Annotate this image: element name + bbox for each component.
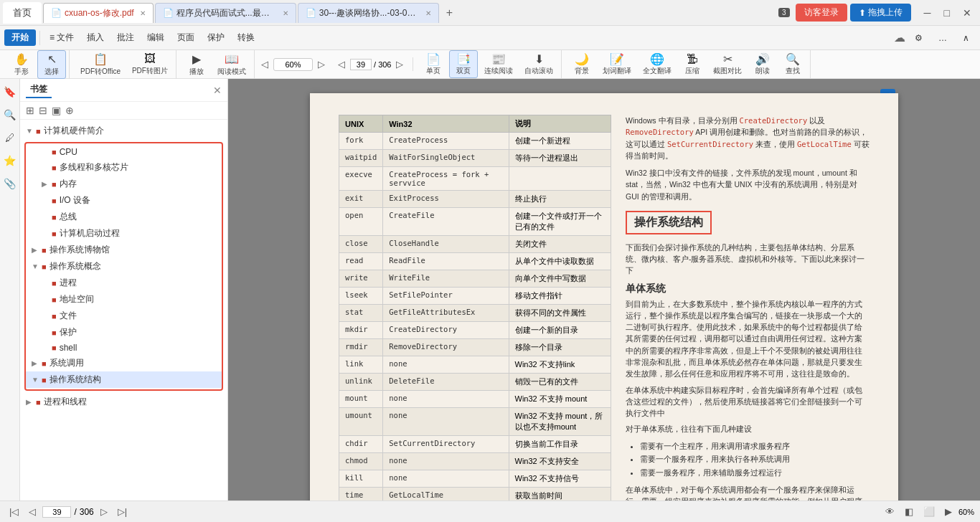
more-button[interactable]: … (932, 30, 953, 46)
upload-button[interactable]: ⬆ 拖拽上传 (850, 4, 911, 22)
first-page-button[interactable]: |◁ (6, 505, 22, 518)
expand-all-button[interactable]: ⊞ (26, 105, 34, 116)
tree-item-shell[interactable]: ■ shell (26, 341, 222, 355)
tree-item-address[interactable]: ■ 地址空间 (26, 291, 222, 308)
last-page-button[interactable]: ▷| (114, 505, 131, 518)
tree-item-io[interactable]: ■ I/O 设备 (26, 192, 222, 209)
bookmarks-tab[interactable]: 书签 (26, 82, 52, 98)
tab-2-close-icon[interactable]: ✕ (283, 9, 288, 17)
bottom-page-input[interactable] (42, 506, 71, 518)
menu-protect[interactable]: 保护 (202, 29, 230, 46)
prev-page-bottom-button[interactable]: ◁ (25, 505, 39, 518)
menu-edit[interactable]: 编辑 (141, 29, 170, 46)
tree-item-file[interactable]: ■ 文件 (26, 308, 222, 324)
bottom-tool-2[interactable]: ◧ (901, 505, 917, 518)
zoom-input[interactable] (273, 58, 313, 71)
tab-2[interactable]: 📄 程序员代码面试式...最优解.pdf ✕ (155, 3, 296, 23)
settings-button[interactable]: ⚙ (908, 30, 929, 46)
tab-3-close-icon[interactable]: ✕ (425, 9, 431, 17)
read-aloud-button[interactable]: 🔊 朗读 (748, 50, 777, 78)
close-window-button[interactable]: ✕ (957, 4, 977, 22)
bottom-tool-4[interactable]: ▶ (941, 505, 956, 518)
table-row: unlink DeleteFile 销毁一已有的文件 (339, 374, 611, 391)
title-bar: 首页 📄 cxuan-os-修改.pdf ✕ 📄 程序员代码面试式...最优解.… (0, 0, 980, 26)
extra-tools: 🌙 背景 📝 划词翻译 🌐 全文翻译 🗜 压缩 ✂ 截图对比 🔊 朗读 🔍 查找 (565, 50, 811, 78)
right-top-text: Windows 中有目录，目录分别用 CreateDirectory 以及 Re… (626, 115, 870, 161)
tree-item-concepts[interactable]: ▼ ■ 操作系统概念 (26, 258, 222, 275)
hand-tool-button[interactable]: ✋ 手形 (7, 50, 36, 79)
tree-item-multithread[interactable]: ■ 多线程和多核芯片 (26, 159, 222, 176)
tree-item-os-structure[interactable]: ▼ ■ 操作系统结构 (26, 371, 222, 388)
menu-file[interactable]: ≡ 文件 (44, 29, 80, 46)
word-translate-button[interactable]: 📝 划词翻译 (598, 50, 636, 78)
bookmark-toolbar: ⊞ ⊟ ▣ ⊕ (20, 102, 227, 120)
background-button[interactable]: 🌙 背景 (567, 50, 596, 78)
next-page-bottom-button[interactable]: ▷ (97, 505, 111, 518)
start-button[interactable]: 开始 (4, 29, 36, 46)
play-button[interactable]: ▶ 播放 (182, 50, 211, 79)
item-label: 进程和线程 (44, 396, 87, 408)
tree-item-cpu[interactable]: ■ CPU (26, 145, 222, 159)
item-icon: ■ (52, 180, 57, 189)
current-page-input[interactable] (350, 59, 372, 70)
next-page-button[interactable]: ▷ (392, 57, 407, 71)
compress-button[interactable]: 🗜 压缩 (678, 51, 707, 78)
bottom-tool-3[interactable]: ⬜ (920, 505, 938, 518)
menu-annotate[interactable]: 批注 (111, 29, 140, 46)
zoom-out-button[interactable]: ▷ (314, 57, 329, 71)
find-button[interactable]: 🔍 查找 (778, 50, 807, 78)
main-container: 🔖 🔍 🖊 ⭐ 📎 书签 ✕ ⊞ ⊟ ▣ ⊕ ▼ ■ 计算机硬件简介 (0, 79, 980, 500)
zoom-in-button[interactable]: ◁ (258, 57, 272, 71)
full-translate-button[interactable]: 🌐 全文翻译 (638, 50, 677, 78)
single-page-button[interactable]: 📄 单页 (419, 50, 448, 78)
bottom-tool-1[interactable]: 👁 (882, 505, 898, 518)
full-translate-label: 全文翻译 (643, 66, 672, 76)
continuous-read-button[interactable]: 📰 连续阅读 (479, 50, 518, 78)
tree-item-bus[interactable]: ■ 总线 (26, 209, 222, 225)
auto-scroll-button[interactable]: ⬇ 自动滚动 (519, 50, 558, 78)
tree-item-museum[interactable]: ▶ ■ 操作系统博物馆 (26, 242, 222, 258)
pdf-to-image-button[interactable]: 🖼 PDF转图片 (127, 50, 173, 78)
bookmark-view-button[interactable]: ▣ (52, 105, 61, 116)
table-row: chmod none Win32 不支持安全 (339, 453, 611, 470)
office-label: PDF转Office (80, 67, 121, 77)
panel-close-button[interactable]: ✕ (213, 85, 222, 96)
read-mode-button[interactable]: 📖 阅读模式 (212, 50, 251, 79)
home-tab[interactable]: 首页 (3, 2, 42, 24)
menu-page[interactable]: 页面 (171, 29, 200, 46)
tab-3[interactable]: 📄 30--·趣谈网络协...-03-01.pdf ✕ (298, 3, 439, 23)
menu-insert[interactable]: 插入 (81, 29, 110, 46)
collapse-button[interactable]: ∧ (956, 30, 976, 46)
tree-item-protect[interactable]: ■ 保护 (26, 324, 222, 341)
compress-icon: 🗜 (687, 53, 698, 66)
maximize-button[interactable]: □ (938, 4, 956, 22)
add-bookmark-button[interactable]: ⊕ (65, 105, 74, 116)
search-panel-icon[interactable]: 🔍 (2, 108, 17, 122)
add-tab-button[interactable]: + (440, 4, 458, 22)
star-panel-icon[interactable]: ⭐ (2, 153, 17, 168)
screenshot-compare-button[interactable]: ✂ 截图对比 (708, 50, 747, 78)
collapse-all-button[interactable]: ⊟ (39, 105, 47, 116)
item-icon: ■ (52, 163, 57, 172)
double-page-button[interactable]: 📑 双页 (449, 50, 478, 78)
annotate-panel-icon[interactable]: 🖊 (4, 130, 17, 145)
tree-item-hardware[interactable]: ▼ ■ 计算机硬件简介 (20, 123, 227, 139)
office-icon: 📋 (93, 52, 108, 66)
prev-page-button[interactable]: ◁ (334, 57, 349, 71)
tree-item-syscall[interactable]: ▶ ■ 系统调用 (26, 355, 222, 371)
bookmark-panel-icon[interactable]: 🔖 (2, 85, 17, 99)
table-row: close CloseHandle 关闭文件 (339, 236, 611, 253)
pdf-to-office-button[interactable]: 📋 PDF转Office (75, 50, 126, 79)
menu-convert[interactable]: 转换 (232, 29, 260, 46)
attachment-panel-icon[interactable]: 📎 (2, 176, 17, 191)
select-tool-button[interactable]: ↖ 选择 (37, 50, 66, 79)
minimize-button[interactable]: ─ (918, 4, 937, 22)
login-button[interactable]: 访客登录 (796, 4, 847, 22)
tree-item-boot[interactable]: ■ 计算机启动过程 (26, 225, 222, 242)
tab-1[interactable]: 📄 cxuan-os-修改.pdf ✕ (43, 3, 154, 23)
tree-item-memory[interactable]: ▶ ■ 内存 (26, 176, 222, 192)
tree-item-process-thread[interactable]: ▶ ■ 进程和线程 (20, 394, 227, 410)
tab-1-close-icon[interactable]: ✕ (140, 9, 146, 17)
tree-item-process[interactable]: ■ 进程 (26, 275, 222, 291)
pdf-content-area[interactable]: ↩ UNIX Win32 说明 (228, 79, 980, 500)
